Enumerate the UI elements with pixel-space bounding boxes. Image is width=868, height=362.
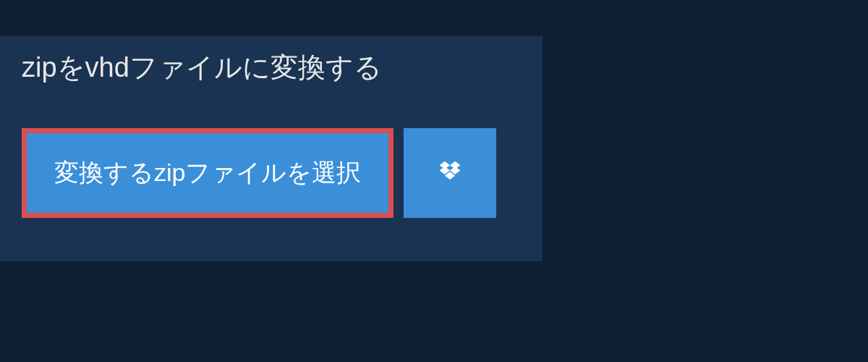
page-title: zipをvhdファイルに変換する: [22, 52, 382, 83]
title-bar: zipをvhdファイルに変換する: [0, 36, 452, 99]
dropbox-icon: [437, 160, 463, 186]
converter-panel: zipをvhdファイルに変換する 変換するzipファイルを選択: [0, 36, 542, 261]
dropbox-button[interactable]: [404, 128, 496, 218]
select-file-label: 変換するzipファイルを選択: [54, 156, 361, 190]
button-row: 変換するzipファイルを選択: [0, 99, 542, 218]
select-file-button[interactable]: 変換するzipファイルを選択: [22, 128, 393, 218]
